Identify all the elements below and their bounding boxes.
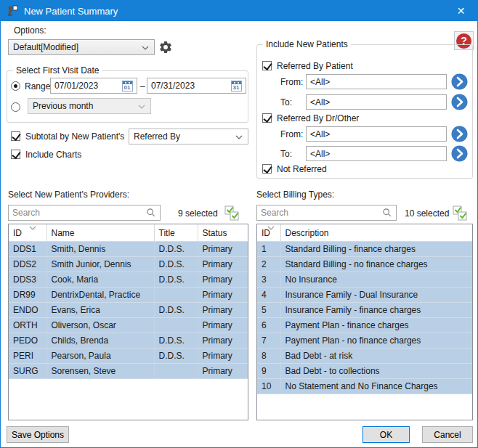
date-from-field[interactable]: 01	[50, 78, 137, 94]
range-radio[interactable]	[11, 81, 20, 91]
billing-col-description[interactable]: Description	[280, 224, 472, 241]
patient-to-search-arrow-button[interactable]	[451, 94, 468, 110]
provider-row[interactable]: SURGSorensen, Steve Primary	[9, 363, 248, 378]
billing-search-input[interactable]	[257, 205, 382, 220]
search-icon	[146, 208, 156, 218]
patient-to-field[interactable]	[306, 94, 447, 110]
provider-row[interactable]: ORTHOliverson, Oscar Primary	[9, 317, 248, 333]
subtotal-dropdown[interactable]: Referred By	[129, 129, 248, 144]
cancel-button[interactable]: Cancel	[422, 426, 473, 443]
dr-from-label: From:	[280, 129, 303, 139]
period-dropdown[interactable]: Previous month	[28, 98, 151, 114]
provider-row[interactable]: DDS3Cook, Maria D.D.S.Primary	[9, 272, 248, 287]
include-new-patients-group-label: Include New Patients	[263, 39, 351, 49]
billing-row[interactable]: 8Bad Debt - at risk	[257, 348, 472, 363]
provider-row[interactable]: PEDOChilds, Brenda D.D.S.Primary	[9, 333, 248, 348]
chevron-down-icon	[235, 135, 243, 139]
new-patient-summary-dialog: New Patient Summary ✕ Options: Default[M…	[0, 0, 478, 448]
billing-row[interactable]: 3No Insurance	[257, 272, 472, 287]
sort-chevron-icon	[267, 226, 275, 230]
patient-from-field[interactable]	[306, 74, 447, 89]
billing-row[interactable]: 1Standard Billing - finance charges	[257, 241, 472, 256]
dr-to-field[interactable]	[306, 146, 447, 161]
date-from-calendar-button[interactable]: 01	[119, 80, 135, 91]
search-icon	[382, 208, 392, 218]
billing-header-row: ID Description	[257, 224, 472, 241]
subtotal-checkbox[interactable]	[11, 131, 20, 141]
billing-selected-count: 10 selected	[405, 208, 449, 219]
options-dropdown[interactable]: Default[Modified]	[8, 39, 155, 55]
not-referred-checkbox[interactable]	[262, 164, 272, 174]
gear-icon[interactable]	[158, 40, 173, 54]
patient-to-input[interactable]	[307, 95, 446, 109]
providers-col-status[interactable]: Status	[198, 224, 248, 241]
calendar-icon: 31	[231, 81, 242, 91]
save-options-button[interactable]: Save Options	[7, 426, 69, 443]
options-label: Options:	[14, 25, 46, 36]
billing-row[interactable]: 7Payment Plan - no finance charges	[257, 333, 472, 348]
provider-row[interactable]: PERIPearson, Paula D.D.S.Primary	[9, 348, 248, 363]
not-referred-label: Not Referred	[277, 164, 327, 174]
window-title: New Patient Summary	[24, 6, 118, 17]
dr-from-input[interactable]	[307, 127, 446, 141]
sort-chevron-icon	[29, 226, 36, 230]
referred-by-patient-label: Referred By Patient	[277, 61, 353, 71]
providers-col-id[interactable]: ID	[9, 224, 46, 241]
provider-row[interactable]: DR99DentrixDental, Practice Primary	[9, 287, 248, 302]
providers-col-name[interactable]: Name	[46, 224, 154, 241]
chevron-down-icon	[138, 105, 145, 109]
app-icon	[7, 5, 18, 17]
range-label: Range	[25, 81, 50, 91]
options-value: Default[Modified]	[13, 42, 78, 52]
billing-label: Select Billing Types:	[256, 190, 334, 200]
referred-by-dr-label: Referred By Dr/Other	[277, 113, 359, 123]
chevron-down-icon	[142, 46, 149, 50]
billing-row[interactable]: 6Payment Plan - finance charges	[257, 317, 472, 333]
provider-row[interactable]: ENDOEvans, Erica D.D.S.Primary	[9, 302, 248, 317]
date-range-separator: –	[140, 81, 145, 91]
referred-by-dr-checkbox[interactable]	[262, 113, 272, 123]
providers-table: ID Name Title Status DDS1Smith, Dennis D…	[8, 224, 248, 420]
providers-header-row: ID Name Title Status	[9, 224, 248, 241]
provider-row[interactable]: DDS2Smith Junior, Dennis D.D.S.Primary	[9, 256, 248, 272]
dr-from-search-arrow-button[interactable]	[451, 126, 468, 142]
close-icon[interactable]: ✕	[445, 1, 477, 21]
include-charts-checkbox[interactable]	[11, 150, 20, 159]
billing-table: ID Description 1Standard Billing - finan…	[256, 224, 473, 420]
billing-row[interactable]: 10No Statement and No Finance Charges	[257, 378, 472, 394]
include-charts-label: Include Charts	[25, 150, 81, 160]
providers-selected-count: 9 selected	[178, 208, 218, 219]
date-to-field[interactable]: 31	[147, 78, 246, 94]
billing-col-id[interactable]: ID	[257, 224, 280, 241]
subtotal-value: Referred By	[134, 131, 180, 142]
billing-select-all-icon[interactable]	[451, 205, 469, 222]
billing-row[interactable]: 4Insurance Family - Dual Insurance	[257, 287, 472, 302]
date-to-calendar-button[interactable]: 31	[228, 80, 244, 91]
dr-to-input[interactable]	[307, 147, 446, 160]
referred-by-patient-checkbox[interactable]	[262, 61, 272, 70]
billing-search-field[interactable]	[256, 205, 397, 221]
providers-label: Select New Patient's Providers:	[8, 190, 129, 200]
billing-row[interactable]: 5Insurance Family - finance charges	[257, 302, 472, 317]
patient-from-search-arrow-button[interactable]	[451, 73, 468, 90]
dr-to-search-arrow-button[interactable]	[451, 145, 468, 162]
provider-row[interactable]: DDS1Smith, Dennis D.D.S.Primary	[9, 241, 248, 256]
billing-row[interactable]: 2Standard Billing - no finance charges	[257, 256, 472, 272]
calendar-icon: 01	[122, 81, 133, 91]
period-radio[interactable]	[11, 102, 20, 112]
patient-to-label: To:	[280, 97, 292, 107]
dr-from-field[interactable]	[306, 126, 447, 142]
title-bar: New Patient Summary ✕	[1, 1, 477, 21]
first-visit-date-group-label: Select First Visit Date	[13, 65, 102, 76]
patient-from-label: From:	[280, 77, 303, 87]
ok-button[interactable]: OK	[362, 426, 410, 443]
providers-col-title[interactable]: Title	[154, 224, 198, 241]
dr-to-label: To:	[280, 149, 292, 159]
subtotal-label: Subtotal by New Patient's	[25, 131, 124, 142]
providers-search-field[interactable]	[8, 205, 161, 221]
period-value: Previous month	[33, 101, 93, 111]
patient-from-input[interactable]	[307, 75, 446, 89]
billing-row[interactable]: 9Bad Debt - to collections	[257, 363, 472, 378]
providers-search-input[interactable]	[9, 205, 146, 220]
providers-select-all-icon[interactable]	[223, 205, 240, 222]
